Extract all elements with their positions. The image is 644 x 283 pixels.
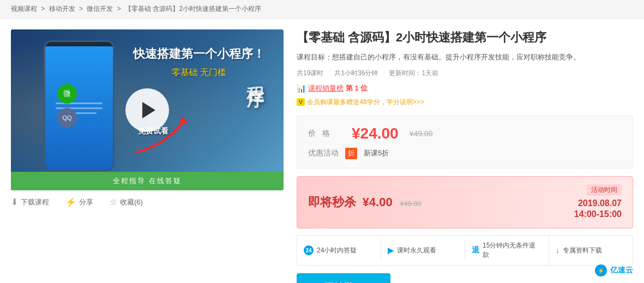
discount-row: 优惠活动 折 新课5折 [308,148,622,159]
course-lessons: 共19课时 [297,69,323,78]
flash-sale-right: 活动时间 2019.08.07 14:00-15:00 [574,184,622,221]
wechat-icons: 微 QQ [57,84,77,128]
phone-illustration [44,40,115,171]
sales-rank-position: 第 1 位 [346,83,368,93]
flash-sale-left: 即将秒杀 ¥4.00 ¥49.00 [308,194,574,210]
course-title: 【零基础 含源码】2小时快速搭建第一个小程序 [297,29,633,46]
footer-brand: ⚡ 亿速云 [595,264,633,276]
star-icon: ☆ [110,197,117,207]
feature-watch-text: 课时永久观看 [397,246,436,255]
flash-sale-price: ¥4.00 [363,195,393,209]
share-icon: ⚡ [65,197,76,207]
breadcrumb-mobile[interactable]: 移动开发 [49,5,75,13]
main-content: 微 QQ 快速搭建第一个小程序！ 零基础 无门槛 程序 免费试看 全程指导 在线… [0,19,644,283]
flash-sale-title: 即将秒杀 [308,195,356,209]
play-triangle-icon [142,102,155,118]
brand-logo-icon: ⚡ [595,264,607,276]
vip-badge: V [297,98,305,106]
sales-rank: 📊 课程销量榜 第 1 位 [297,83,633,93]
brand-name: 亿速云 [610,266,633,275]
discount-label: 优惠活动 [308,148,341,158]
wechat-icon-1: 微 [57,84,77,104]
bar-chart-icon: 📊 [297,84,306,93]
feature-download-text: 专属资料下载 [563,246,602,255]
download-resource-icon: ↓ [556,246,559,255]
share-label: 分享 [79,197,93,207]
feature-download: ↓ 专属资料下载 [549,240,633,261]
feature-refund: 退 15分钟内无条件退款 [465,236,549,265]
sep1: > [41,5,46,13]
course-meta: 共19课时 共1小时36分钟 更新时间：1天前 [297,69,633,78]
course-update: 更新时间：1天前 [389,69,438,78]
video-title-line1: 快速搭建第一个小程序！ [125,46,273,63]
left-panel: 微 QQ 快速搭建第一个小程序！ 零基础 无门槛 程序 免费试看 全程指导 在线… [11,29,284,283]
vip-link[interactable]: 会员购课最多赠送48学分，学分说明>>> [307,98,424,107]
sales-rank-link[interactable]: 课程销量榜 [308,83,344,93]
discount-tag: 折 [345,148,357,159]
download-label: 下载课程 [21,197,49,207]
price-label: 价 格 [308,129,341,139]
video-thumbnail[interactable]: 微 QQ 快速搭建第一个小程序！ 零基础 无门槛 程序 免费试看 全程指导 在线… [11,29,284,190]
discount-text: 新课5折 [364,148,389,158]
play-button[interactable] [125,88,169,132]
activity-time: 14:00-15:00 [574,209,622,220]
qa-icon: 24 [304,245,314,255]
price-original: ¥49.00 [410,129,433,138]
feature-qa: 24 24小时内答疑 [297,240,381,261]
flash-sale-banner[interactable]: 即将秒杀 ¥4.00 ¥49.00 活动时间 2019.08.07 14:00-… [297,176,633,229]
start-learning-button[interactable]: 开始学习 [297,273,390,283]
breadcrumb: 视频课程 > 移动开发 > 微信开发 > 【零基础 含源码】2小时快速搭建第一个… [0,0,644,19]
wechat-icon-2: QQ [57,108,77,128]
download-icon: ⬇ [11,197,18,207]
collect-label: 收藏(6) [120,197,143,207]
price-section: 价 格 ¥24.00 ¥49.00 优惠活动 折 新课5折 [297,116,633,168]
brand-logo-text: ⚡ [598,268,604,274]
refund-icon: 退 [472,245,479,255]
price-current: ¥24.00 [352,125,399,142]
feature-qa-text: 24小时内答疑 [317,246,357,255]
activity-date: 2019.08.07 [574,198,622,209]
download-action[interactable]: ⬇ 下载课程 [11,197,49,207]
program-text: 程序 [243,73,267,77]
flash-sale-original: ¥49.00 [400,200,422,208]
feature-refund-text: 15分钟内无条件退款 [483,241,542,260]
breadcrumb-current: 【零基础 含源码】2小时快速搭建第一个小程序 [125,5,261,13]
video-actions: ⬇ 下载课程 ⚡ 分享 ☆ 收藏(6) [11,190,284,214]
sep3: > [117,5,123,13]
sep2: > [79,5,85,13]
share-action[interactable]: ⚡ 分享 [65,197,93,207]
phone-screen [45,46,113,170]
right-panel: 【零基础 含源码】2小时快速搭建第一个小程序 课程目标：想搭建自己的小程序，有没… [297,29,633,283]
course-duration: 共1小时36分钟 [334,69,378,78]
activity-label: 活动时间 [587,184,622,196]
features-row: 24 24小时内答疑 ▶ 课时永久观看 退 15分钟内无条件退款 ↓ 专属资料下… [297,235,633,266]
course-desc: 课程目标：想搭建自己的小程序，有没有基础。提升小程序开发技能，应对职称技能竞争。 [297,52,633,63]
collect-action[interactable]: ☆ 收藏(6) [110,197,143,207]
price-row: 价 格 ¥24.00 ¥49.00 [308,125,622,142]
play-icon: ▶ [388,246,394,255]
svg-marker-0 [179,117,188,124]
vip-line: V 会员购课最多赠送48学分，学分说明>>> [297,98,633,107]
video-bottom-banner: 全程指导 在线答疑 [11,172,284,190]
breadcrumb-video[interactable]: 视频课程 [11,5,37,13]
feature-watch: ▶ 课时永久观看 [381,240,465,261]
breadcrumb-wechat[interactable]: 微信开发 [87,5,113,13]
